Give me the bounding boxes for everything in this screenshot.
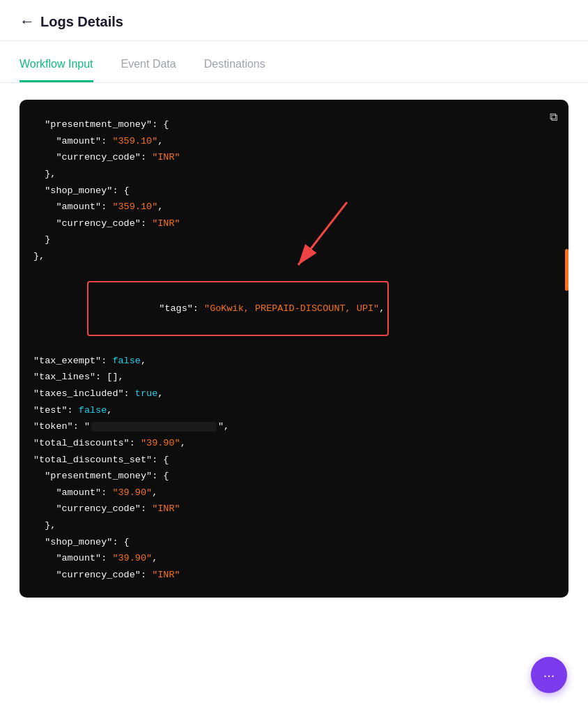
code-line: }, [33,248,555,265]
tags-highlight-box: "tags": "GoKwik, PREPAID-DISCOUNT, UPI", [87,281,389,336]
code-line: "tax_lines": [], [33,369,555,386]
code-line: "amount": "359.10", [33,133,555,150]
content-area: ⧉ "presentment_money": { "amount": "359.… [0,83,588,614]
back-button[interactable]: ← Logs Details [20,13,123,31]
code-line: "total_discounts": "39.90", [33,435,555,452]
code-line: "currency_code": "INR" [33,501,555,517]
code-line: "currency_code": "INR" [33,215,555,232]
chat-bubble-button[interactable]: ··· [531,657,567,693]
code-line: "shop_money": { [33,534,555,551]
code-line: }, [33,166,555,183]
code-line: "amount": "359.10", [33,199,555,215]
page-title: Logs Details [40,14,123,30]
code-line: "currency_code": "INR" [33,567,555,584]
code-line: "presentment_money": { [33,468,555,485]
code-line: } [33,231,555,248]
copy-icon[interactable]: ⧉ [550,111,557,123]
code-line: "presentment_money": { [33,116,555,133]
code-line: "amount": "39.90", [33,550,555,567]
header: ← Logs Details [0,0,588,41]
code-line: "amount": "39.90", [33,485,555,501]
code-line: "currency_code": "INR" [33,149,555,166]
code-line: "total_discounts_set": { [33,452,555,469]
tab-workflow-input[interactable]: Workflow Input [20,47,93,82]
token-line: "token": "", [33,418,555,435]
tab-destinations[interactable]: Destinations [204,47,265,82]
highlighted-section: "tags": "GoKwik, PREPAID-DISCOUNT, UPI", [33,265,555,353]
code-content: "presentment_money": { "amount": "359.10… [33,116,555,584]
tags-line: "tags": "GoKwik, PREPAID-DISCOUNT, UPI", [33,265,555,353]
tab-event-data[interactable]: Event Data [121,47,176,82]
code-line: "taxes_included": true, [33,386,555,402]
redacted-token [91,422,217,432]
back-arrow-icon: ← [20,13,35,31]
code-line: }, [33,517,555,534]
code-line: "shop_money": { [33,183,555,199]
scroll-indicator [565,249,568,291]
code-block: ⧉ "presentment_money": { "amount": "359.… [20,100,568,598]
tabs-container: Workflow Input Event Data Destinations [0,47,588,83]
chat-bubble-icon: ··· [543,667,555,683]
code-line: "tax_exempt": false, [33,353,555,370]
code-line: "test": false, [33,402,555,419]
